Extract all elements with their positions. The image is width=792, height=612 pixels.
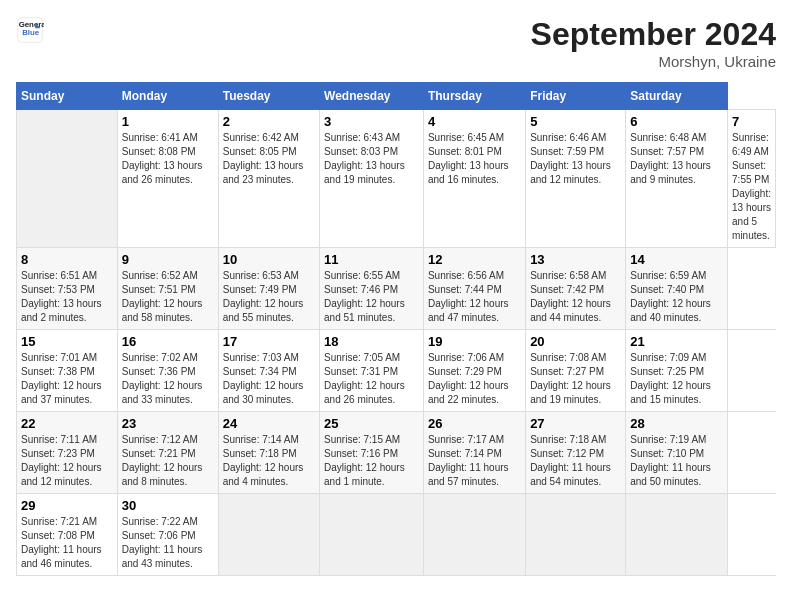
day-info: Sunrise: 6:58 AMSunset: 7:42 PMDaylight:… [530, 269, 621, 325]
day-info: Sunrise: 6:41 AMSunset: 8:08 PMDaylight:… [122, 131, 214, 187]
day-info: Sunrise: 7:15 AMSunset: 7:16 PMDaylight:… [324, 433, 419, 489]
calendar-day-cell: 20Sunrise: 7:08 AMSunset: 7:27 PMDayligh… [526, 330, 626, 412]
day-number: 1 [122, 114, 214, 129]
day-info: Sunrise: 7:02 AMSunset: 7:36 PMDaylight:… [122, 351, 214, 407]
day-info: Sunrise: 7:12 AMSunset: 7:21 PMDaylight:… [122, 433, 214, 489]
day-number: 16 [122, 334, 214, 349]
day-number: 15 [21, 334, 113, 349]
calendar-week-row: 29Sunrise: 7:21 AMSunset: 7:08 PMDayligh… [17, 494, 776, 576]
header-thursday: Thursday [423, 83, 525, 110]
calendar-day-cell: 27Sunrise: 7:18 AMSunset: 7:12 PMDayligh… [526, 412, 626, 494]
day-info: Sunrise: 7:21 AMSunset: 7:08 PMDaylight:… [21, 515, 113, 571]
day-number: 20 [530, 334, 621, 349]
calendar-day-cell: 5Sunrise: 6:46 AMSunset: 7:59 PMDaylight… [526, 110, 626, 248]
calendar-day-cell: 28Sunrise: 7:19 AMSunset: 7:10 PMDayligh… [626, 412, 728, 494]
calendar-day-cell: 17Sunrise: 7:03 AMSunset: 7:34 PMDayligh… [218, 330, 319, 412]
day-info: Sunrise: 7:09 AMSunset: 7:25 PMDaylight:… [630, 351, 723, 407]
day-number: 11 [324, 252, 419, 267]
day-number: 10 [223, 252, 315, 267]
calendar-day-cell: 10Sunrise: 6:53 AMSunset: 7:49 PMDayligh… [218, 248, 319, 330]
empty-cell [17, 110, 118, 248]
calendar-week-row: 8Sunrise: 6:51 AMSunset: 7:53 PMDaylight… [17, 248, 776, 330]
day-number: 22 [21, 416, 113, 431]
calendar-day-cell: 23Sunrise: 7:12 AMSunset: 7:21 PMDayligh… [117, 412, 218, 494]
day-number: 17 [223, 334, 315, 349]
calendar-day-cell: 30Sunrise: 7:22 AMSunset: 7:06 PMDayligh… [117, 494, 218, 576]
day-info: Sunrise: 7:06 AMSunset: 7:29 PMDaylight:… [428, 351, 521, 407]
day-number: 7 [732, 114, 771, 129]
day-number: 5 [530, 114, 621, 129]
day-info: Sunrise: 7:11 AMSunset: 7:23 PMDaylight:… [21, 433, 113, 489]
day-info: Sunrise: 7:01 AMSunset: 7:38 PMDaylight:… [21, 351, 113, 407]
day-info: Sunrise: 6:56 AMSunset: 7:44 PMDaylight:… [428, 269, 521, 325]
day-number: 21 [630, 334, 723, 349]
day-number: 3 [324, 114, 419, 129]
calendar-day-cell: 29Sunrise: 7:21 AMSunset: 7:08 PMDayligh… [17, 494, 118, 576]
calendar-day-cell: 8Sunrise: 6:51 AMSunset: 7:53 PMDaylight… [17, 248, 118, 330]
calendar-day-cell: 7Sunrise: 6:49 AMSunset: 7:55 PMDaylight… [728, 110, 776, 248]
day-info: Sunrise: 7:18 AMSunset: 7:12 PMDaylight:… [530, 433, 621, 489]
day-number: 2 [223, 114, 315, 129]
header-monday: Monday [117, 83, 218, 110]
calendar-day-cell: 21Sunrise: 7:09 AMSunset: 7:25 PMDayligh… [626, 330, 728, 412]
day-number: 25 [324, 416, 419, 431]
day-info: Sunrise: 6:43 AMSunset: 8:03 PMDaylight:… [324, 131, 419, 187]
day-info: Sunrise: 6:51 AMSunset: 7:53 PMDaylight:… [21, 269, 113, 325]
header-friday: Friday [526, 83, 626, 110]
page-header: General Blue September 2024 Morshyn, Ukr… [16, 16, 776, 70]
day-number: 18 [324, 334, 419, 349]
calendar-week-row: 1Sunrise: 6:41 AMSunset: 8:08 PMDaylight… [17, 110, 776, 248]
day-number: 6 [630, 114, 723, 129]
calendar-day-cell: 11Sunrise: 6:55 AMSunset: 7:46 PMDayligh… [320, 248, 424, 330]
calendar-header-row: SundayMondayTuesdayWednesdayThursdayFrid… [17, 83, 776, 110]
day-number: 4 [428, 114, 521, 129]
calendar-day-cell [218, 494, 319, 576]
calendar-day-cell: 6Sunrise: 6:48 AMSunset: 7:57 PMDaylight… [626, 110, 728, 248]
day-number: 28 [630, 416, 723, 431]
day-info: Sunrise: 6:45 AMSunset: 8:01 PMDaylight:… [428, 131, 521, 187]
calendar-table: SundayMondayTuesdayWednesdayThursdayFrid… [16, 82, 776, 576]
day-number: 26 [428, 416, 521, 431]
calendar-day-cell: 4Sunrise: 6:45 AMSunset: 8:01 PMDaylight… [423, 110, 525, 248]
day-info: Sunrise: 6:59 AMSunset: 7:40 PMDaylight:… [630, 269, 723, 325]
calendar-day-cell: 18Sunrise: 7:05 AMSunset: 7:31 PMDayligh… [320, 330, 424, 412]
svg-text:Blue: Blue [22, 28, 40, 37]
calendar-day-cell: 14Sunrise: 6:59 AMSunset: 7:40 PMDayligh… [626, 248, 728, 330]
day-info: Sunrise: 6:52 AMSunset: 7:51 PMDaylight:… [122, 269, 214, 325]
day-info: Sunrise: 6:42 AMSunset: 8:05 PMDaylight:… [223, 131, 315, 187]
calendar-day-cell: 24Sunrise: 7:14 AMSunset: 7:18 PMDayligh… [218, 412, 319, 494]
day-number: 14 [630, 252, 723, 267]
day-info: Sunrise: 7:22 AMSunset: 7:06 PMDaylight:… [122, 515, 214, 571]
calendar-week-row: 15Sunrise: 7:01 AMSunset: 7:38 PMDayligh… [17, 330, 776, 412]
day-number: 24 [223, 416, 315, 431]
calendar-day-cell: 25Sunrise: 7:15 AMSunset: 7:16 PMDayligh… [320, 412, 424, 494]
day-info: Sunrise: 6:55 AMSunset: 7:46 PMDaylight:… [324, 269, 419, 325]
calendar-day-cell: 3Sunrise: 6:43 AMSunset: 8:03 PMDaylight… [320, 110, 424, 248]
calendar-day-cell: 22Sunrise: 7:11 AMSunset: 7:23 PMDayligh… [17, 412, 118, 494]
day-info: Sunrise: 7:08 AMSunset: 7:27 PMDaylight:… [530, 351, 621, 407]
calendar-day-cell [423, 494, 525, 576]
calendar-day-cell: 15Sunrise: 7:01 AMSunset: 7:38 PMDayligh… [17, 330, 118, 412]
day-number: 23 [122, 416, 214, 431]
logo-icon: General Blue [16, 16, 44, 44]
day-info: Sunrise: 6:46 AMSunset: 7:59 PMDaylight:… [530, 131, 621, 187]
calendar-day-cell: 13Sunrise: 6:58 AMSunset: 7:42 PMDayligh… [526, 248, 626, 330]
day-number: 8 [21, 252, 113, 267]
day-info: Sunrise: 7:05 AMSunset: 7:31 PMDaylight:… [324, 351, 419, 407]
day-info: Sunrise: 7:17 AMSunset: 7:14 PMDaylight:… [428, 433, 521, 489]
day-info: Sunrise: 7:03 AMSunset: 7:34 PMDaylight:… [223, 351, 315, 407]
day-info: Sunrise: 7:19 AMSunset: 7:10 PMDaylight:… [630, 433, 723, 489]
calendar-day-cell: 1Sunrise: 6:41 AMSunset: 8:08 PMDaylight… [117, 110, 218, 248]
location-subtitle: Morshyn, Ukraine [531, 53, 776, 70]
day-number: 27 [530, 416, 621, 431]
logo: General Blue [16, 16, 44, 44]
header-wednesday: Wednesday [320, 83, 424, 110]
day-number: 9 [122, 252, 214, 267]
calendar-day-cell [526, 494, 626, 576]
day-number: 29 [21, 498, 113, 513]
day-info: Sunrise: 6:48 AMSunset: 7:57 PMDaylight:… [630, 131, 723, 187]
calendar-day-cell: 9Sunrise: 6:52 AMSunset: 7:51 PMDaylight… [117, 248, 218, 330]
day-number: 13 [530, 252, 621, 267]
calendar-week-row: 22Sunrise: 7:11 AMSunset: 7:23 PMDayligh… [17, 412, 776, 494]
day-info: Sunrise: 7:14 AMSunset: 7:18 PMDaylight:… [223, 433, 315, 489]
